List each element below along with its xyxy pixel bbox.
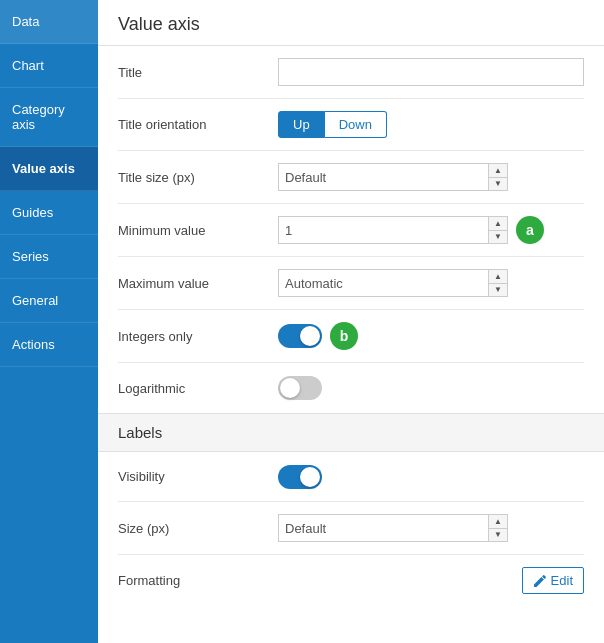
logarithmic-row: Logarithmic bbox=[118, 363, 584, 413]
logarithmic-toggle[interactable] bbox=[278, 376, 322, 400]
min-value-down-button[interactable]: ▼ bbox=[489, 231, 507, 244]
title-input[interactable] bbox=[278, 58, 584, 86]
badge-b: b bbox=[330, 322, 358, 350]
labels-section-header: Labels bbox=[98, 413, 604, 452]
max-value-label: Maximum value bbox=[118, 276, 278, 291]
integers-control: b bbox=[278, 322, 584, 350]
size-input[interactable] bbox=[278, 514, 488, 542]
max-value-control: ▲ ▼ bbox=[278, 269, 584, 297]
min-value-row: Minimum value ▲ ▼ a bbox=[118, 204, 584, 257]
orientation-row: Title orientation Up Down bbox=[118, 99, 584, 151]
title-label: Title bbox=[118, 65, 278, 80]
orientation-down-button[interactable]: Down bbox=[325, 111, 387, 138]
visibility-control bbox=[278, 465, 584, 489]
title-size-control: Default ▲ ▼ bbox=[278, 163, 584, 191]
labels-form-area: Visibility Size (px) ▲ ▼ bbox=[98, 452, 604, 606]
sidebar-item-data[interactable]: Data bbox=[0, 0, 98, 44]
orientation-btn-group: Up Down bbox=[278, 111, 387, 138]
integers-toggle[interactable] bbox=[278, 324, 322, 348]
sidebar-item-category-axis[interactable]: Category axis bbox=[0, 88, 98, 147]
sidebar: Data Chart Category axis Value axis Guid… bbox=[0, 0, 98, 643]
title-size-row: Title size (px) Default ▲ ▼ bbox=[118, 151, 584, 204]
size-down-button[interactable]: ▼ bbox=[489, 529, 507, 542]
sidebar-item-value-axis[interactable]: Value axis bbox=[0, 147, 98, 191]
integers-toggle-thumb bbox=[300, 326, 320, 346]
formatting-row: Formatting Edit bbox=[118, 555, 584, 606]
title-size-label: Title size (px) bbox=[118, 170, 278, 185]
title-control bbox=[278, 58, 584, 86]
edit-button-label: Edit bbox=[551, 573, 573, 588]
max-value-spinner: ▲ ▼ bbox=[278, 269, 508, 297]
sidebar-item-guides[interactable]: Guides bbox=[0, 191, 98, 235]
badge-a: a bbox=[516, 216, 544, 244]
visibility-toggle-thumb bbox=[300, 467, 320, 487]
orientation-control: Up Down bbox=[278, 111, 584, 138]
min-value-input[interactable] bbox=[278, 216, 488, 244]
size-spinner: ▲ ▼ bbox=[278, 514, 508, 542]
title-size-input[interactable]: Default bbox=[278, 163, 488, 191]
page-title: Value axis bbox=[98, 0, 604, 46]
max-value-up-button[interactable]: ▲ bbox=[489, 270, 507, 284]
formatting-control: Edit bbox=[278, 567, 584, 594]
title-size-down-button[interactable]: ▼ bbox=[489, 178, 507, 191]
size-buttons: ▲ ▼ bbox=[488, 514, 508, 542]
title-size-spinner: Default ▲ ▼ bbox=[278, 163, 508, 191]
min-value-up-button[interactable]: ▲ bbox=[489, 217, 507, 231]
formatting-label: Formatting bbox=[118, 573, 278, 588]
logarithmic-toggle-thumb bbox=[280, 378, 300, 398]
sidebar-item-series[interactable]: Series bbox=[0, 235, 98, 279]
orientation-label: Title orientation bbox=[118, 117, 278, 132]
edit-button[interactable]: Edit bbox=[522, 567, 584, 594]
edit-icon bbox=[533, 574, 547, 588]
integers-row: Integers only b bbox=[118, 310, 584, 363]
form-area: Title Title orientation Up Down Title si… bbox=[98, 46, 604, 413]
title-size-up-button[interactable]: ▲ bbox=[489, 164, 507, 178]
visibility-row: Visibility bbox=[118, 452, 584, 502]
title-row: Title bbox=[118, 46, 584, 99]
min-value-label: Minimum value bbox=[118, 223, 278, 238]
main-content: Value axis Title Title orientation Up Do… bbox=[98, 0, 604, 643]
logarithmic-label: Logarithmic bbox=[118, 381, 278, 396]
max-value-buttons: ▲ ▼ bbox=[488, 269, 508, 297]
sidebar-item-chart[interactable]: Chart bbox=[0, 44, 98, 88]
min-value-buttons: ▲ ▼ bbox=[488, 216, 508, 244]
size-label: Size (px) bbox=[118, 521, 278, 536]
min-value-spinner: ▲ ▼ bbox=[278, 216, 508, 244]
size-up-button[interactable]: ▲ bbox=[489, 515, 507, 529]
sidebar-item-actions[interactable]: Actions bbox=[0, 323, 98, 367]
min-value-control: ▲ ▼ a bbox=[278, 216, 584, 244]
integers-label: Integers only bbox=[118, 329, 278, 344]
size-row: Size (px) ▲ ▼ bbox=[118, 502, 584, 555]
orientation-up-button[interactable]: Up bbox=[278, 111, 325, 138]
size-control: ▲ ▼ bbox=[278, 514, 584, 542]
visibility-toggle[interactable] bbox=[278, 465, 322, 489]
visibility-label: Visibility bbox=[118, 469, 278, 484]
max-value-down-button[interactable]: ▼ bbox=[489, 284, 507, 297]
max-value-input[interactable] bbox=[278, 269, 488, 297]
sidebar-item-general[interactable]: General bbox=[0, 279, 98, 323]
max-value-row: Maximum value ▲ ▼ bbox=[118, 257, 584, 310]
logarithmic-control bbox=[278, 376, 584, 400]
title-size-buttons: ▲ ▼ bbox=[488, 163, 508, 191]
